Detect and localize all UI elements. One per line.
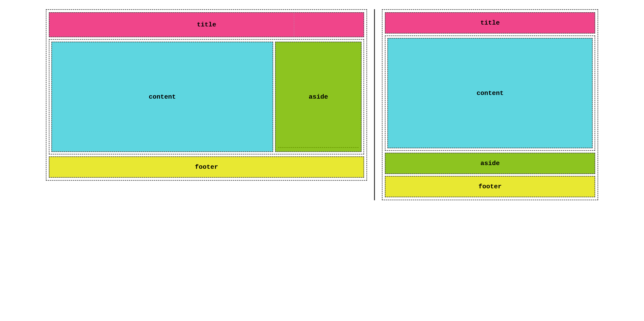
left-middle-row: content aside [49, 39, 364, 155]
aside-bottom-dashed-line [278, 147, 358, 148]
right-aside-label: aside [480, 160, 500, 167]
title-dashed-divider [294, 13, 294, 36]
right-content-wrapper: content [385, 35, 595, 151]
left-content-label: content [149, 93, 176, 100]
left-title-label: title [197, 21, 216, 28]
left-title-bar: title [49, 12, 364, 37]
layout-left: title content aside footer [46, 9, 367, 181]
right-title-bar: title [385, 12, 595, 33]
right-title-label: title [480, 19, 500, 26]
left-aside-area: aside [275, 42, 362, 152]
right-footer-bar: footer [385, 176, 595, 197]
left-footer-bar: footer [49, 156, 364, 178]
layout-right: title content aside footer [382, 9, 598, 200]
right-content-label: content [476, 90, 504, 97]
page-wrapper: title content aside footer title content [46, 9, 598, 200]
right-aside-bar: aside [385, 153, 595, 174]
left-content-area: content [51, 42, 273, 152]
vertical-divider [374, 9, 375, 200]
right-content-area: content [387, 38, 593, 148]
left-footer-label: footer [195, 163, 218, 171]
right-footer-label: footer [478, 183, 502, 190]
left-aside-label: aside [309, 93, 328, 100]
